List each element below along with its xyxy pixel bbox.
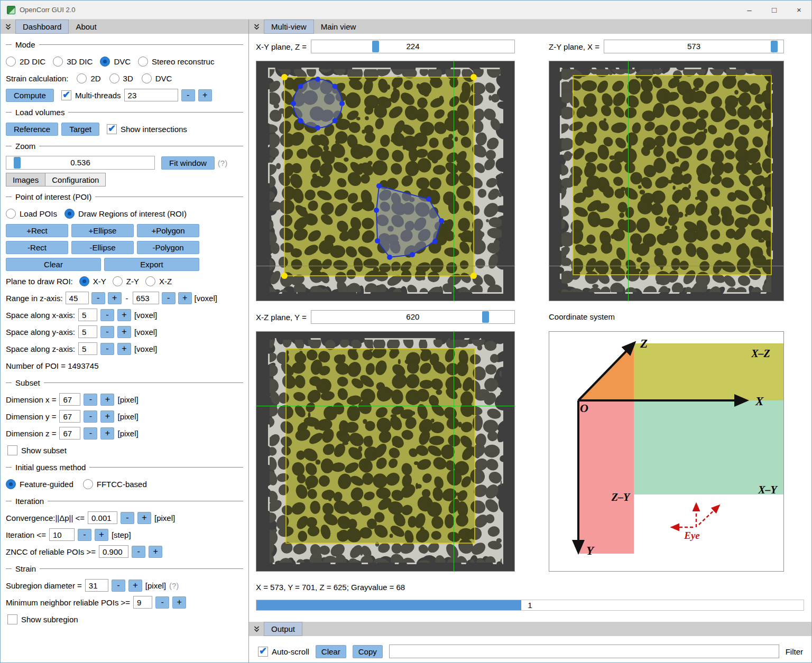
subregion-minus-button[interactable]: - bbox=[112, 580, 125, 592]
range-min-minus-button[interactable]: - bbox=[91, 292, 105, 304]
range-max-input[interactable] bbox=[133, 292, 159, 304]
radio-3d-dic-control[interactable] bbox=[53, 57, 63, 67]
close-button[interactable]: × bbox=[787, 1, 811, 19]
subtract-polygon-button[interactable]: -Polygon bbox=[137, 241, 199, 254]
fit-window-button[interactable]: Fit window bbox=[161, 156, 215, 170]
dim-z-plus-button[interactable]: + bbox=[100, 427, 114, 440]
range-min-plus-button[interactable]: + bbox=[108, 292, 122, 304]
radio-draw-roi-control[interactable] bbox=[64, 209, 75, 219]
radio-stereo[interactable]: Stereo reconstruc bbox=[138, 57, 214, 67]
add-polygon-button[interactable]: +Polygon bbox=[137, 224, 199, 237]
radio-plane-xz[interactable]: X-Z bbox=[145, 276, 172, 286]
radio-dvc-control[interactable] bbox=[100, 57, 110, 67]
output-copy-button[interactable]: Copy bbox=[353, 645, 383, 658]
space-z-minus-button[interactable]: - bbox=[100, 343, 114, 355]
collapse-views-icon[interactable] bbox=[249, 20, 264, 34]
auto-scroll-item[interactable]: Auto-scroll bbox=[258, 647, 309, 657]
space-y-plus-button[interactable]: + bbox=[117, 326, 131, 338]
min-neighbor-minus-button[interactable]: - bbox=[155, 596, 169, 609]
min-neighbor-plus-button[interactable]: + bbox=[172, 596, 186, 609]
minimize-button[interactable]: – bbox=[737, 1, 762, 19]
tab-dashboard[interactable]: Dashboard bbox=[15, 20, 69, 34]
xy-plane-view[interactable] bbox=[256, 61, 515, 301]
threads-minus-button[interactable]: - bbox=[181, 89, 195, 101]
zncc-input[interactable] bbox=[99, 545, 128, 558]
multithreads-checkbox[interactable] bbox=[61, 90, 71, 100]
xy-plane-canvas[interactable] bbox=[256, 61, 514, 301]
zy-x-slider[interactable]: 573 bbox=[604, 40, 784, 53]
space-y-minus-button[interactable]: - bbox=[100, 326, 114, 338]
tab-configuration[interactable]: Configuration bbox=[45, 173, 106, 186]
subregion-plus-button[interactable]: + bbox=[128, 580, 142, 592]
dim-x-plus-button[interactable]: + bbox=[100, 394, 114, 406]
collapse-output-icon[interactable] bbox=[249, 622, 264, 636]
subtract-rect-button[interactable]: -Rect bbox=[6, 241, 68, 254]
tab-output[interactable]: Output bbox=[264, 622, 302, 636]
convergence-minus-button[interactable]: - bbox=[121, 512, 134, 524]
add-ellipse-button[interactable]: +Ellipse bbox=[71, 224, 134, 237]
compute-button[interactable]: Compute bbox=[6, 89, 54, 102]
zoom-help[interactable]: (?) bbox=[218, 158, 227, 167]
output-clear-button[interactable]: Clear bbox=[316, 645, 346, 658]
xz-y-slider[interactable]: 620 bbox=[311, 310, 515, 324]
radio-2d-dic[interactable]: 2D DIC bbox=[6, 57, 45, 67]
subregion-input[interactable] bbox=[85, 579, 108, 592]
space-y-input[interactable] bbox=[78, 325, 97, 338]
dim-z-input[interactable] bbox=[59, 427, 80, 440]
radio-load-pois[interactable]: Load POIs bbox=[6, 209, 57, 219]
xz-plane-canvas[interactable] bbox=[256, 332, 514, 571]
radio-plane-zy-control[interactable] bbox=[113, 276, 123, 286]
tab-about[interactable]: About bbox=[69, 20, 103, 34]
radio-strain-2d-control[interactable] bbox=[77, 73, 87, 83]
clear-roi-button[interactable]: Clear bbox=[6, 258, 101, 271]
radio-strain-dvc-control[interactable] bbox=[142, 73, 152, 83]
radio-draw-roi[interactable]: Draw Regions of interest (ROI) bbox=[64, 209, 187, 219]
radio-strain-dvc[interactable]: DVC bbox=[142, 73, 172, 83]
zy-plane-canvas[interactable] bbox=[549, 61, 783, 301]
convergence-input[interactable] bbox=[88, 511, 117, 524]
space-z-plus-button[interactable]: + bbox=[117, 343, 131, 355]
show-intersections-item[interactable]: Show intersections bbox=[107, 124, 187, 134]
radio-3d-dic[interactable]: 3D DIC bbox=[53, 57, 93, 67]
radio-plane-xy[interactable]: X-Y bbox=[79, 276, 106, 286]
radio-plane-zy[interactable]: Z-Y bbox=[113, 276, 139, 286]
radio-plane-xy-control[interactable] bbox=[79, 276, 89, 286]
maximize-button[interactable]: □ bbox=[762, 1, 787, 19]
xy-z-slider[interactable]: 224 bbox=[311, 40, 515, 53]
tab-images[interactable]: Images bbox=[6, 173, 45, 186]
radio-strain-3d-control[interactable] bbox=[109, 73, 119, 83]
reference-button[interactable]: Reference bbox=[6, 123, 58, 136]
convergence-plus-button[interactable]: + bbox=[137, 512, 151, 524]
dim-y-plus-button[interactable]: + bbox=[100, 410, 114, 423]
space-x-minus-button[interactable]: - bbox=[100, 309, 114, 321]
tab-multi-view[interactable]: Multi-view bbox=[264, 20, 314, 34]
target-button[interactable]: Target bbox=[61, 123, 99, 136]
radio-feature-guided-control[interactable] bbox=[6, 479, 16, 489]
dim-y-input[interactable] bbox=[59, 410, 80, 423]
show-subset-item[interactable]: Show subset bbox=[7, 445, 67, 455]
radio-strain-2d[interactable]: 2D bbox=[77, 73, 100, 83]
show-subregion-checkbox[interactable] bbox=[7, 614, 17, 624]
radio-2d-dic-control[interactable] bbox=[6, 57, 16, 67]
min-neighbor-input[interactable] bbox=[133, 596, 152, 609]
subregion-help[interactable]: (?) bbox=[169, 581, 179, 590]
multithreads-checkbox-item[interactable]: Multi-threads bbox=[61, 90, 121, 100]
radio-feature-guided[interactable]: Feature-guided bbox=[6, 479, 73, 489]
range-max-plus-button[interactable]: + bbox=[178, 292, 192, 304]
iteration-input[interactable] bbox=[49, 528, 75, 541]
radio-plane-xz-control[interactable] bbox=[145, 276, 155, 286]
radio-strain-3d[interactable]: 3D bbox=[109, 73, 133, 83]
radio-dvc[interactable]: DVC bbox=[100, 57, 131, 67]
auto-scroll-checkbox[interactable] bbox=[258, 647, 268, 657]
zy-plane-view[interactable] bbox=[549, 61, 784, 301]
export-roi-button[interactable]: Export bbox=[104, 258, 199, 271]
zncc-minus-button[interactable]: - bbox=[132, 546, 145, 558]
zoom-slider[interactable]: 0.536 bbox=[6, 156, 155, 170]
range-max-minus-button[interactable]: - bbox=[162, 292, 176, 304]
iteration-minus-button[interactable]: - bbox=[78, 529, 91, 541]
xz-plane-view[interactable] bbox=[256, 331, 515, 572]
space-x-input[interactable] bbox=[78, 309, 97, 321]
dim-x-input[interactable] bbox=[59, 393, 80, 406]
zncc-plus-button[interactable]: + bbox=[149, 546, 162, 558]
radio-load-pois-control[interactable] bbox=[6, 209, 16, 219]
